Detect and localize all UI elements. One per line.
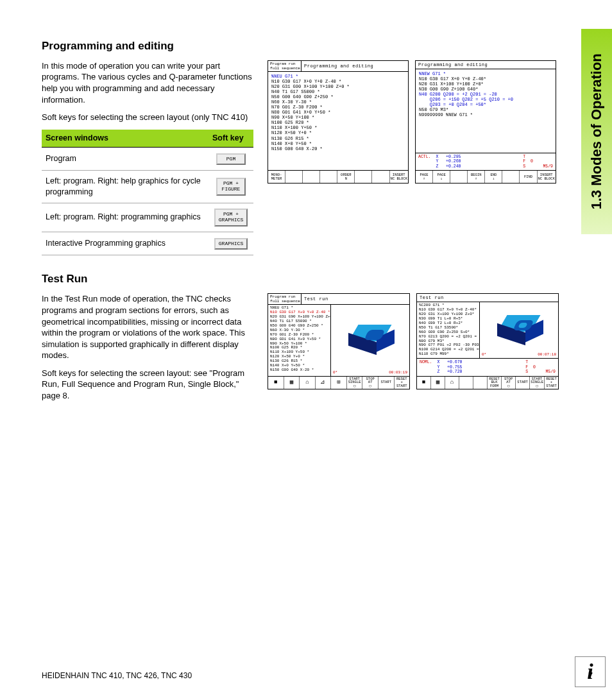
sk-cell[interactable]: PAGE ⇑ bbox=[416, 171, 433, 183]
softkey-table: Screen windows Soft key ProgramPGM Left:… bbox=[42, 130, 253, 256]
softkey-row: MONO- METER ORDER N INSERT NC BLOCK bbox=[268, 170, 408, 183]
sk-cell[interactable]: STOP AT ▢ bbox=[362, 377, 378, 389]
sk-cell[interactable]: END ⇓ bbox=[485, 171, 502, 183]
sk-cell[interactable]: ■ bbox=[417, 377, 431, 389]
info-icon: i bbox=[575, 656, 606, 687]
screenshot-testrun-1: Program run full sequence Test run %NEU … bbox=[268, 293, 410, 389]
shot-mode-label: Program run full sequence bbox=[268, 294, 302, 304]
sk-cell[interactable]: STOP AT ▢ bbox=[502, 377, 516, 389]
sk-cell[interactable]: ⌂ bbox=[445, 377, 459, 389]
screenshot-testrun-2: Test run %C200 G71 * N10 G30 G17 X+0 Y+0… bbox=[416, 293, 559, 389]
graphics-3d-view: 0* 00:03:19 bbox=[331, 305, 409, 375]
side-tab: 1.3 Modes of Operation bbox=[581, 29, 612, 234]
nc-code-listing: %C200 G71 * N10 G30 G17 X+0 Y+0 Z-40* N2… bbox=[417, 302, 480, 358]
sk-cell[interactable]: START SINGLE ▢ bbox=[347, 377, 363, 389]
testrun-para2: Soft keys for selecting the screen layou… bbox=[42, 368, 253, 402]
sk-cell[interactable] bbox=[285, 171, 303, 183]
sk-cell[interactable] bbox=[502, 171, 520, 183]
sk-cell[interactable]: ⌂ bbox=[300, 377, 316, 389]
softkey-pgm[interactable]: PGM bbox=[216, 153, 246, 166]
table-row: Program bbox=[42, 147, 208, 171]
sk-cell[interactable]: RESET + START bbox=[395, 377, 410, 389]
workpiece-3d-icon bbox=[497, 315, 541, 346]
graphics-3d-view: 0* 00:07:18 bbox=[480, 302, 558, 358]
status-bar: ACTL. X +0.295 Y +0.260 Z +0.240 T F 0 S… bbox=[416, 153, 556, 170]
heading-programming: Programming and editing bbox=[42, 39, 593, 54]
nc-code-listing: %NEW G71 * N10 G30 G17 X+0 Y+0 Z-40* N20… bbox=[416, 69, 556, 153]
screenshot-programming-1: Program run full sequence Programming an… bbox=[268, 60, 409, 184]
page-footer: HEIDENHAIN TNC 410, TNC 426, TNC 430 7 bbox=[42, 670, 593, 681]
sk-cell[interactable]: ■ bbox=[268, 377, 284, 389]
shot-title: Programming and editing bbox=[416, 61, 556, 69]
sk-cell[interactable]: ▦ bbox=[431, 377, 445, 389]
sk-cell[interactable]: INSERT NC BLOCK bbox=[538, 171, 556, 183]
sk-cell[interactable] bbox=[320, 171, 337, 183]
prog-para1: In this mode of operation you can write … bbox=[42, 60, 253, 105]
footer-left: HEIDENHAIN TNC 410, TNC 426, TNC 430 bbox=[42, 670, 192, 681]
sk-cell[interactable] bbox=[473, 377, 488, 389]
th-soft-key: Soft key bbox=[208, 130, 253, 147]
prog-para2: Soft keys for selecting the screen layou… bbox=[42, 112, 253, 123]
nc-code-listing: %NEU G71 * N10 G30 G17 X+0 Y+0 Z-40 * N2… bbox=[268, 305, 331, 375]
sk-cell[interactable] bbox=[450, 171, 468, 183]
side-tab-label: 1.3 Modes of Operation bbox=[587, 53, 606, 209]
shot-title: Test run bbox=[302, 294, 409, 304]
sk-cell[interactable]: BEGIN ⇑ bbox=[468, 171, 485, 183]
th-screen-windows: Screen windows bbox=[42, 130, 208, 147]
workpiece-3d-icon bbox=[348, 325, 392, 355]
table-row: Interactive Programming graphics bbox=[42, 232, 208, 255]
nc-code-listing: %NEU G71 * N10 G30 G17 X+0 Y+0 Z-40 * N2… bbox=[268, 72, 408, 170]
sk-cell[interactable]: ▦ bbox=[284, 377, 300, 389]
sk-cell[interactable]: RESET + START bbox=[545, 377, 558, 389]
softkey-row: ■ ▦ ⌂ RESET BLK FORM STOP AT ▢ START STA… bbox=[417, 376, 558, 389]
shot-title: Test run bbox=[417, 294, 558, 302]
shot-title: Programming and editing bbox=[302, 61, 408, 71]
table-row: Left: program. Right: programming graphi… bbox=[42, 203, 208, 232]
sk-cell[interactable]: ⊞ bbox=[331, 377, 347, 389]
sk-cell[interactable]: ORDER N bbox=[337, 171, 355, 183]
sk-cell[interactable]: RESET BLK FORM bbox=[488, 377, 502, 389]
softkey-row: ■ ▦ ⌂ ⊿ ⊞ START SINGLE ▢ STOP AT ▢ START… bbox=[268, 376, 409, 389]
sk-cell[interactable]: START bbox=[516, 377, 530, 389]
screenshot-programming-2: Programming and editing %NEW G71 * N10 G… bbox=[415, 60, 556, 184]
sk-cell[interactable] bbox=[459, 377, 473, 389]
shot-mode-label: Program run full sequence bbox=[268, 61, 302, 71]
sk-cell[interactable]: PAGE ⇓ bbox=[433, 171, 450, 183]
sk-cell[interactable] bbox=[355, 171, 372, 183]
sk-cell[interactable]: START bbox=[378, 377, 395, 389]
softkey-pgm-figure[interactable]: PGM + FIGURE bbox=[216, 178, 246, 196]
sk-cell[interactable]: START SINGLE ▢ bbox=[530, 377, 545, 389]
sk-cell[interactable]: INSERT NC BLOCK bbox=[390, 171, 408, 183]
softkey-pgm-graphics[interactable]: PGM + GRAPHICS bbox=[214, 209, 248, 226]
softkey-row: PAGE ⇑ PAGE ⇓ BEGIN ⇑ END ⇓ FIND INSERT … bbox=[416, 170, 556, 183]
status-bar: NOML. X +0.670 Y +0.755 Z +0.720 T F 0 S… bbox=[417, 358, 558, 375]
sk-cell[interactable]: FIND bbox=[520, 171, 537, 183]
heading-testrun: Test Run bbox=[42, 272, 593, 287]
testrun-para1: In the Test Run mode of operation, the T… bbox=[42, 293, 253, 361]
softkey-graphics[interactable]: GRAPHICS bbox=[214, 238, 248, 250]
table-row: Left: program. Right: help graphics for … bbox=[42, 171, 208, 203]
sk-cell[interactable]: MONO- METER bbox=[268, 171, 285, 183]
sk-cell[interactable] bbox=[372, 171, 389, 183]
sk-cell[interactable]: ⊿ bbox=[316, 377, 332, 389]
sk-cell[interactable] bbox=[303, 171, 320, 183]
